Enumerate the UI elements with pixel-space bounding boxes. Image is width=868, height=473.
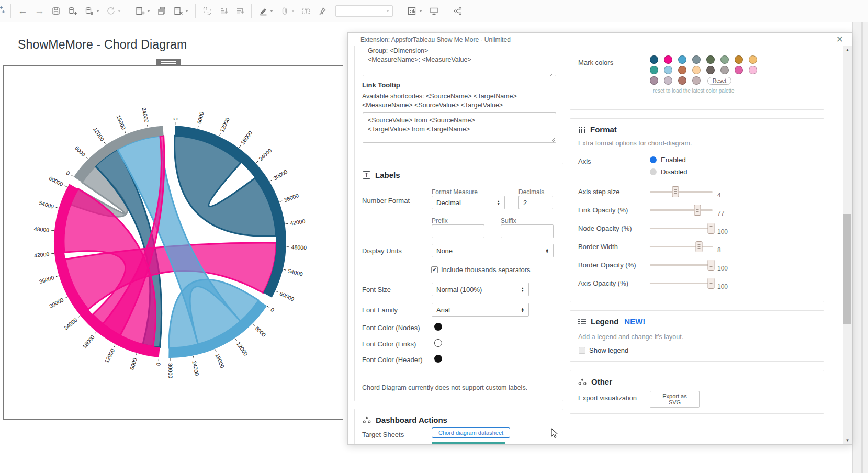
slider-thumb[interactable] xyxy=(708,260,715,271)
prefix-input[interactable] xyxy=(432,224,484,238)
thousands-checkbox[interactable]: ✓ xyxy=(431,266,438,273)
highlight-icon[interactable] xyxy=(258,6,273,16)
sort-descending-icon[interactable] xyxy=(235,6,244,16)
mark-color-swatch[interactable] xyxy=(678,76,686,85)
textarea-resize-grip[interactable] xyxy=(550,138,555,142)
mark-color-swatch[interactable] xyxy=(720,55,729,64)
mark-color-swatch[interactable] xyxy=(735,66,743,74)
target-sheet-selected-bar[interactable] xyxy=(432,442,505,444)
mark-color-swatch[interactable] xyxy=(706,66,715,74)
mark-color-swatch[interactable] xyxy=(664,76,672,85)
mark-color-swatch[interactable] xyxy=(678,55,686,64)
undo-icon[interactable]: ← xyxy=(18,6,28,16)
slider-value: 77 xyxy=(717,210,724,217)
share-icon[interactable] xyxy=(453,6,463,16)
font-color-header-swatch[interactable] xyxy=(434,355,442,363)
axis-disabled-radio[interactable] xyxy=(650,168,657,175)
group-tooltip-textarea[interactable]: Group: <Dimension> <MeasureName>: <Measu… xyxy=(363,46,556,76)
slider-row: Axis Opacity (%)100 xyxy=(578,274,819,292)
duplicate-sheet-icon[interactable] xyxy=(157,6,166,16)
slider-value: 4 xyxy=(717,192,721,199)
viz-drag-handle[interactable] xyxy=(156,59,181,66)
link-tooltip-shortcodes: Available shortcodes: <SourceName> <Targ… xyxy=(362,92,555,110)
target-sheets-label: Target Sheets xyxy=(362,431,404,438)
mark-color-swatch[interactable] xyxy=(706,55,715,64)
target-sheet-button[interactable]: Chord diagram datasheet xyxy=(432,427,510,438)
labels-card: T Labels Number Format Format Measure De… xyxy=(354,163,563,401)
slider-thumb[interactable] xyxy=(708,278,715,289)
slider-thumb[interactable] xyxy=(696,241,703,252)
slider-track[interactable] xyxy=(650,191,713,193)
sheet-title: ShowMeMore - Chord Diagram xyxy=(18,38,187,52)
mark-color-swatch[interactable] xyxy=(650,66,658,74)
slider-track[interactable] xyxy=(650,228,713,229)
clear-sheet-icon[interactable] xyxy=(173,6,188,16)
slider-track[interactable] xyxy=(650,283,713,284)
slider-thumb[interactable] xyxy=(708,223,715,234)
font-color-nodes-swatch[interactable] xyxy=(434,323,442,331)
slider-value: 100 xyxy=(717,228,728,235)
save-icon[interactable] xyxy=(51,6,61,16)
paperclip-icon[interactable] xyxy=(280,6,295,16)
pin-icon[interactable] xyxy=(318,6,327,16)
display-units-select[interactable]: None▲▼ xyxy=(432,244,554,257)
mark-color-swatch[interactable] xyxy=(650,76,658,85)
run-auto-updates-icon[interactable] xyxy=(106,6,121,16)
presentation-mode-icon[interactable] xyxy=(429,6,439,16)
font-color-links-swatch[interactable] xyxy=(434,339,442,347)
mark-color-swatch[interactable] xyxy=(678,66,686,74)
toolbar-separator xyxy=(446,4,446,18)
axis-tick xyxy=(136,354,136,356)
axis-tick-label: 48000 xyxy=(291,244,307,251)
dialog-content: Group: <Dimension> <MeasureName>: <Measu… xyxy=(348,46,852,444)
slider-track[interactable] xyxy=(650,246,713,247)
mark-color-swatch[interactable] xyxy=(749,66,757,74)
text-object-icon[interactable] xyxy=(301,6,311,16)
font-size-select[interactable]: Normal (100%)▲▼ xyxy=(432,283,529,296)
axis-enabled-radio[interactable] xyxy=(650,156,657,163)
suffix-input[interactable] xyxy=(501,224,554,238)
new-data-source-icon[interactable] xyxy=(67,6,77,16)
swap-rows-columns-icon[interactable] xyxy=(202,6,212,16)
new-worksheet-icon[interactable] xyxy=(135,6,150,16)
export-svg-button[interactable]: Export as SVG xyxy=(650,391,700,408)
textarea-resize-grip[interactable] xyxy=(550,71,555,76)
mark-color-swatch[interactable] xyxy=(692,76,701,85)
font-family-select[interactable]: Arial▲▼ xyxy=(432,303,529,317)
close-icon[interactable]: ✕ xyxy=(836,34,843,45)
decimals-input[interactable] xyxy=(518,196,553,209)
number-format-label: Number Format xyxy=(362,197,410,205)
toolbar-separator xyxy=(251,4,252,18)
sort-ascending-icon[interactable] xyxy=(219,6,228,16)
show-legend-checkbox[interactable] xyxy=(579,347,585,354)
dialog-scrollbar[interactable]: ▲ ▼ xyxy=(843,46,852,444)
mouse-cursor xyxy=(551,428,559,440)
show-cards-icon[interactable] xyxy=(407,6,422,16)
reset-colors-button[interactable]: Reset xyxy=(707,77,731,85)
redo-icon[interactable]: → xyxy=(35,6,44,16)
slider-thumb[interactable] xyxy=(694,205,701,216)
slider-row: Axis step size4 xyxy=(578,183,819,201)
fit-selector[interactable] xyxy=(335,5,393,17)
mark-color-swatch[interactable] xyxy=(664,66,672,74)
mark-color-swatch[interactable] xyxy=(749,55,757,64)
mark-color-swatch[interactable] xyxy=(692,55,701,64)
scroll-up-icon[interactable]: ▲ xyxy=(843,46,852,54)
mark-color-swatch[interactable] xyxy=(735,55,743,64)
axis-tick-label: 60000 xyxy=(279,290,296,302)
slider-track[interactable] xyxy=(650,209,713,211)
pause-auto-updates-icon[interactable] xyxy=(84,6,99,16)
format-measure-select[interactable]: Decimal▲▼ xyxy=(432,196,505,209)
slider-thumb[interactable] xyxy=(672,186,679,197)
mark-color-swatch[interactable] xyxy=(720,66,729,74)
mark-color-swatch[interactable] xyxy=(692,66,701,74)
mark-color-swatch[interactable] xyxy=(664,55,672,64)
suffix-label: Suffix xyxy=(501,217,516,224)
scrollbar-thumb[interactable] xyxy=(843,214,851,324)
slider-track[interactable] xyxy=(650,264,713,266)
link-tooltip-textarea[interactable]: <SourceValue> from <SourceName> <TargetV… xyxy=(363,112,556,143)
font-color-nodes-label: Font Color (Nodes) xyxy=(362,324,420,332)
tableau-logo-icon[interactable] xyxy=(0,6,5,17)
scroll-down-icon[interactable]: ▼ xyxy=(843,436,852,444)
mark-color-swatch[interactable] xyxy=(650,55,658,64)
